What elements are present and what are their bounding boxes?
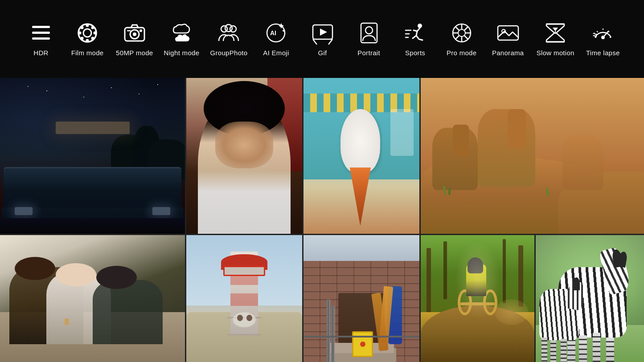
- svg-point-11: [91, 26, 94, 29]
- night-mode-label: Night mode: [164, 49, 200, 57]
- toolbar-item-film-mode[interactable]: Film mode: [70, 21, 105, 57]
- svg-point-8: [94, 32, 97, 35]
- svg-line-24: [313, 39, 317, 45]
- toolbar-item-pro-mode[interactable]: Pro mode: [444, 21, 480, 57]
- svg-point-16: [139, 29, 142, 32]
- svg-line-39: [455, 27, 459, 30]
- svg-rect-2: [32, 37, 50, 40]
- gif-label: Gif: [318, 49, 327, 57]
- night-icon: [170, 21, 193, 45]
- svg-point-7: [78, 32, 82, 35]
- sports-icon: [404, 21, 427, 45]
- svg-point-4: [83, 29, 91, 37]
- toolbar-item-time-lapse[interactable]: Time lapse: [585, 21, 621, 57]
- pro-mode-label: Pro mode: [447, 49, 476, 57]
- svg-point-34: [458, 29, 465, 37]
- film-icon: [76, 21, 99, 45]
- svg-point-15: [133, 33, 136, 36]
- photo-cell-friends[interactable]: [0, 235, 185, 362]
- svg-line-42: [455, 36, 459, 39]
- group-photo-label: GroupPhoto: [210, 49, 248, 57]
- group-icon: [217, 21, 240, 45]
- svg-point-20: [225, 24, 232, 32]
- svg-point-5: [86, 24, 89, 27]
- photo-cell-zebra[interactable]: [536, 235, 644, 362]
- photo-cell-lighthouse[interactable]: [186, 235, 302, 362]
- hdr-label: HDR: [33, 49, 48, 57]
- gif-icon: [311, 21, 334, 45]
- panorama-label: Panorama: [492, 49, 524, 57]
- time-lapse-label: Time lapse: [586, 49, 620, 57]
- hdr-icon: [29, 21, 53, 45]
- photo-cell-icecream[interactable]: [304, 78, 419, 234]
- svg-rect-0: [32, 26, 50, 28]
- time-lapse-icon: [591, 21, 615, 45]
- sports-label: Sports: [405, 49, 425, 57]
- camera-50mp-icon: [123, 21, 146, 45]
- photo-grid: [0, 78, 644, 362]
- toolbar-item-portrait[interactable]: Portrait: [351, 21, 387, 57]
- ai-icon: AI: [264, 21, 287, 45]
- photo-cell-jeep[interactable]: [0, 78, 185, 234]
- svg-point-10: [91, 37, 94, 40]
- svg-line-25: [328, 39, 332, 45]
- film-mode-label: Film mode: [71, 49, 104, 57]
- toolbar-item-ai-emoji[interactable]: AI AI Emoji: [258, 21, 294, 57]
- svg-point-12: [81, 37, 84, 40]
- svg-point-9: [81, 26, 84, 29]
- toolbar-item-panorama[interactable]: Panorama: [490, 21, 526, 57]
- svg-point-28: [365, 27, 373, 34]
- panorama-icon: [496, 21, 520, 45]
- 50mp-mode-label: 50MP mode: [116, 49, 153, 57]
- svg-text:AI: AI: [270, 29, 276, 37]
- toolbar-item-slow-motion[interactable]: Slow motion: [537, 21, 574, 57]
- pro-icon: [450, 21, 473, 45]
- slow-motion-label: Slow motion: [537, 49, 574, 57]
- toolbar-item-night-mode[interactable]: Night mode: [164, 21, 199, 57]
- toolbar-item-hdr[interactable]: HDR: [23, 21, 59, 57]
- svg-line-53: [597, 31, 598, 32]
- toolbar-item-gif[interactable]: Gif: [305, 21, 340, 57]
- toolbar-item-50mp[interactable]: 50MP mode: [116, 21, 153, 57]
- photo-cell-street[interactable]: [304, 235, 419, 362]
- photo-cell-biker[interactable]: [421, 235, 534, 362]
- slow-motion-icon: [544, 21, 567, 45]
- portrait-icon: [357, 21, 381, 45]
- svg-point-6: [86, 39, 89, 42]
- toolbar-item-group-photo[interactable]: GroupPhoto: [210, 21, 248, 57]
- photo-cell-camels[interactable]: [421, 78, 644, 234]
- ai-emoji-label: AI Emoji: [263, 49, 289, 57]
- photo-cell-portrait[interactable]: [186, 78, 302, 234]
- portrait-label: Portrait: [357, 49, 380, 57]
- svg-marker-26: [320, 28, 327, 36]
- svg-rect-1: [32, 32, 50, 34]
- svg-line-41: [464, 27, 468, 30]
- svg-line-40: [464, 36, 468, 39]
- toolbar-item-sports[interactable]: Sports: [398, 21, 433, 57]
- svg-rect-43: [498, 26, 518, 40]
- toolbar: HDR Film mode: [0, 0, 644, 78]
